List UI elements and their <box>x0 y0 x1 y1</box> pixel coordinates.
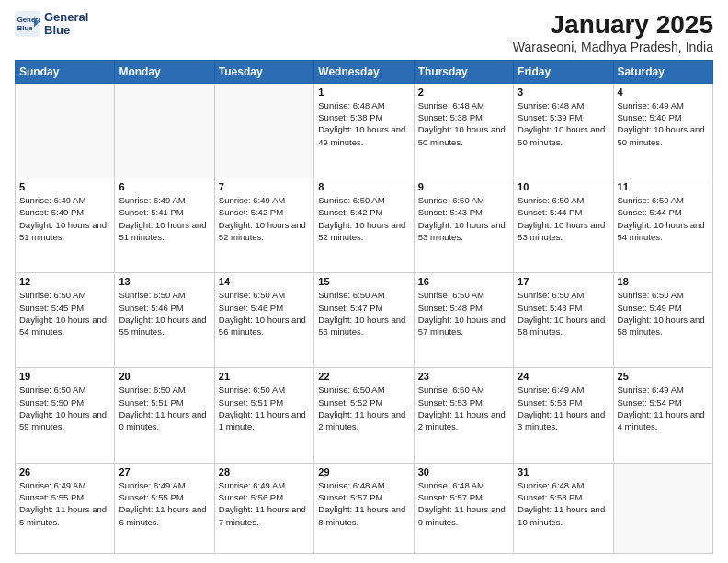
table-row: 22Sunrise: 6:50 AM Sunset: 5:52 PM Dayli… <box>314 368 414 463</box>
logo-text: General Blue <box>44 11 88 38</box>
table-row: 31Sunrise: 6:48 AM Sunset: 5:58 PM Dayli… <box>514 463 613 553</box>
day-number: 7 <box>219 181 310 192</box>
table-row: 23Sunrise: 6:50 AM Sunset: 5:53 PM Dayli… <box>414 368 513 463</box>
day-info: Sunrise: 6:49 AM Sunset: 5:42 PM Dayligh… <box>219 194 310 243</box>
table-row: 7Sunrise: 6:49 AM Sunset: 5:42 PM Daylig… <box>214 178 313 273</box>
col-monday: Monday <box>115 60 214 83</box>
table-row: 1Sunrise: 6:48 AM Sunset: 5:38 PM Daylig… <box>314 83 414 178</box>
day-number: 10 <box>518 181 609 192</box>
day-number: 8 <box>318 181 409 192</box>
day-info: Sunrise: 6:50 AM Sunset: 5:48 PM Dayligh… <box>518 289 609 338</box>
day-number: 15 <box>318 276 409 287</box>
table-row: 12Sunrise: 6:50 AM Sunset: 5:45 PM Dayli… <box>16 273 115 368</box>
day-info: Sunrise: 6:50 AM Sunset: 5:42 PM Dayligh… <box>318 194 409 243</box>
logo-icon: General Blue <box>15 11 40 37</box>
day-info: Sunrise: 6:50 AM Sunset: 5:49 PM Dayligh… <box>618 289 709 338</box>
day-number: 24 <box>518 371 609 382</box>
header: General Blue General Blue January 2025 W… <box>15 11 713 54</box>
col-tuesday: Tuesday <box>214 60 313 83</box>
day-info: Sunrise: 6:48 AM Sunset: 5:57 PM Dayligh… <box>318 479 409 528</box>
col-friday: Friday <box>514 60 613 83</box>
day-info: Sunrise: 6:49 AM Sunset: 5:55 PM Dayligh… <box>119 479 210 528</box>
day-number: 18 <box>618 276 709 287</box>
day-info: Sunrise: 6:50 AM Sunset: 5:53 PM Dayligh… <box>418 384 509 432</box>
logo: General Blue General Blue <box>15 11 88 38</box>
day-number: 31 <box>518 466 609 477</box>
day-info: Sunrise: 6:48 AM Sunset: 5:38 PM Dayligh… <box>418 99 509 148</box>
day-number: 9 <box>418 181 509 192</box>
col-thursday: Thursday <box>414 60 513 83</box>
col-saturday: Saturday <box>613 60 712 83</box>
table-row: 19Sunrise: 6:50 AM Sunset: 5:50 PM Dayli… <box>16 368 115 463</box>
month-title: January 2025 <box>513 11 713 40</box>
table-row: 20Sunrise: 6:50 AM Sunset: 5:51 PM Dayli… <box>115 368 214 463</box>
calendar-row: 1Sunrise: 6:48 AM Sunset: 5:38 PM Daylig… <box>16 83 713 178</box>
calendar-row: 5Sunrise: 6:49 AM Sunset: 5:40 PM Daylig… <box>16 178 713 273</box>
table-row: 29Sunrise: 6:48 AM Sunset: 5:57 PM Dayli… <box>314 463 414 553</box>
table-row: 27Sunrise: 6:49 AM Sunset: 5:55 PM Dayli… <box>115 463 214 553</box>
page: General Blue General Blue January 2025 W… <box>0 0 728 563</box>
day-number: 13 <box>119 276 210 287</box>
day-number: 29 <box>318 466 409 477</box>
table-row <box>214 83 313 178</box>
day-info: Sunrise: 6:50 AM Sunset: 5:46 PM Dayligh… <box>219 289 310 338</box>
table-row: 18Sunrise: 6:50 AM Sunset: 5:49 PM Dayli… <box>613 273 712 368</box>
day-info: Sunrise: 6:50 AM Sunset: 5:51 PM Dayligh… <box>219 384 310 432</box>
day-number: 14 <box>219 276 310 287</box>
table-row <box>16 83 115 178</box>
day-number: 20 <box>119 371 210 382</box>
day-number: 3 <box>518 86 609 98</box>
table-row: 15Sunrise: 6:50 AM Sunset: 5:47 PM Dayli… <box>314 273 414 368</box>
calendar-table: Sunday Monday Tuesday Wednesday Thursday… <box>15 60 713 554</box>
col-sunday: Sunday <box>16 60 115 83</box>
table-row: 2Sunrise: 6:48 AM Sunset: 5:38 PM Daylig… <box>414 83 513 178</box>
day-number: 30 <box>418 466 509 477</box>
day-number: 2 <box>418 86 509 98</box>
day-number: 27 <box>119 466 210 477</box>
day-info: Sunrise: 6:50 AM Sunset: 5:51 PM Dayligh… <box>119 384 210 432</box>
table-row: 6Sunrise: 6:49 AM Sunset: 5:41 PM Daylig… <box>115 178 214 273</box>
day-info: Sunrise: 6:48 AM Sunset: 5:38 PM Dayligh… <box>318 99 409 148</box>
table-row <box>115 83 214 178</box>
day-info: Sunrise: 6:49 AM Sunset: 5:40 PM Dayligh… <box>618 99 709 148</box>
day-number: 23 <box>418 371 509 382</box>
table-row: 24Sunrise: 6:49 AM Sunset: 5:53 PM Dayli… <box>514 368 613 463</box>
day-number: 25 <box>618 371 709 382</box>
day-info: Sunrise: 6:50 AM Sunset: 5:43 PM Dayligh… <box>418 194 509 243</box>
day-number: 21 <box>219 371 310 382</box>
table-row: 13Sunrise: 6:50 AM Sunset: 5:46 PM Dayli… <box>115 273 214 368</box>
table-row: 17Sunrise: 6:50 AM Sunset: 5:48 PM Dayli… <box>514 273 613 368</box>
location-title: Waraseoni, Madhya Pradesh, India <box>513 40 713 54</box>
day-info: Sunrise: 6:50 AM Sunset: 5:44 PM Dayligh… <box>618 194 709 243</box>
day-number: 19 <box>19 371 110 382</box>
title-block: January 2025 Waraseoni, Madhya Pradesh, … <box>513 11 713 54</box>
table-row: 14Sunrise: 6:50 AM Sunset: 5:46 PM Dayli… <box>214 273 313 368</box>
table-row: 25Sunrise: 6:49 AM Sunset: 5:54 PM Dayli… <box>613 368 712 463</box>
table-row: 9Sunrise: 6:50 AM Sunset: 5:43 PM Daylig… <box>414 178 513 273</box>
day-number: 16 <box>418 276 509 287</box>
logo-line1: General <box>44 10 88 24</box>
table-row: 5Sunrise: 6:49 AM Sunset: 5:40 PM Daylig… <box>16 178 115 273</box>
day-number: 5 <box>19 181 110 192</box>
day-info: Sunrise: 6:50 AM Sunset: 5:46 PM Dayligh… <box>119 289 210 338</box>
table-row: 8Sunrise: 6:50 AM Sunset: 5:42 PM Daylig… <box>314 178 414 273</box>
day-info: Sunrise: 6:49 AM Sunset: 5:40 PM Dayligh… <box>19 194 110 243</box>
day-number: 4 <box>618 86 709 98</box>
day-number: 17 <box>518 276 609 287</box>
table-row: 11Sunrise: 6:50 AM Sunset: 5:44 PM Dayli… <box>613 178 712 273</box>
col-wednesday: Wednesday <box>314 60 414 83</box>
table-row: 16Sunrise: 6:50 AM Sunset: 5:48 PM Dayli… <box>414 273 513 368</box>
day-info: Sunrise: 6:48 AM Sunset: 5:39 PM Dayligh… <box>518 99 609 148</box>
table-row: 3Sunrise: 6:48 AM Sunset: 5:39 PM Daylig… <box>514 83 613 178</box>
day-info: Sunrise: 6:48 AM Sunset: 5:57 PM Dayligh… <box>418 479 509 528</box>
day-number: 28 <box>219 466 310 477</box>
table-row: 30Sunrise: 6:48 AM Sunset: 5:57 PM Dayli… <box>414 463 513 553</box>
table-row: 4Sunrise: 6:49 AM Sunset: 5:40 PM Daylig… <box>613 83 712 178</box>
day-info: Sunrise: 6:50 AM Sunset: 5:45 PM Dayligh… <box>19 289 110 338</box>
table-row: 21Sunrise: 6:50 AM Sunset: 5:51 PM Dayli… <box>214 368 313 463</box>
table-row: 28Sunrise: 6:49 AM Sunset: 5:56 PM Dayli… <box>214 463 313 553</box>
day-info: Sunrise: 6:48 AM Sunset: 5:58 PM Dayligh… <box>518 479 609 528</box>
calendar-row: 26Sunrise: 6:49 AM Sunset: 5:55 PM Dayli… <box>16 463 713 553</box>
calendar-row: 19Sunrise: 6:50 AM Sunset: 5:50 PM Dayli… <box>16 368 713 463</box>
table-row <box>613 463 712 553</box>
